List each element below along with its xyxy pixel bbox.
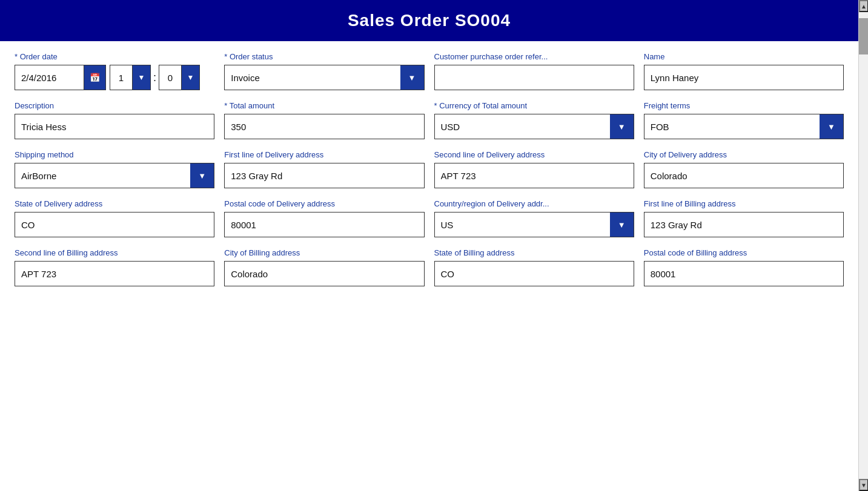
billing-addr1-col: First line of Billing address	[644, 199, 844, 237]
order-status-wrapper	[224, 65, 424, 90]
delivery-postal-col: Postal code of Delivery address	[224, 199, 424, 237]
total-amount-label: Total amount	[224, 101, 424, 110]
name-col: Name	[644, 52, 844, 90]
page-title: Sales Order SO004	[348, 11, 511, 30]
currency-dropdown-btn[interactable]	[610, 114, 634, 139]
calendar-button[interactable]: 📅	[84, 65, 106, 90]
description-label: Description	[15, 101, 214, 110]
customer-po-label: Customer purchase order refer...	[434, 52, 634, 61]
freight-terms-col: Freight terms	[644, 101, 844, 139]
form-row-2: Description Total amount Currency of Tot…	[15, 101, 844, 139]
shipping-method-label: Shipping method	[15, 150, 214, 159]
name-input[interactable]	[644, 65, 844, 90]
page-header: Sales Order SO004	[0, 0, 858, 41]
shipping-method-input[interactable]	[15, 163, 190, 188]
delivery-city-col: City of Delivery address	[644, 150, 844, 188]
delivery-postal-input[interactable]	[224, 212, 424, 237]
delivery-country-label: Country/region of Delivery addr...	[434, 199, 634, 208]
delivery-country-dropdown-btn[interactable]	[610, 212, 634, 237]
hour-input[interactable]	[110, 65, 133, 90]
delivery-state-input[interactable]	[15, 212, 214, 237]
form-row-5: Second line of Billing address City of B…	[15, 248, 844, 286]
billing-state-label: State of Billing address	[434, 248, 634, 257]
billing-city-label: City of Billing address	[224, 248, 424, 257]
delivery-addr1-col: First line of Delivery address	[224, 150, 424, 188]
delivery-addr1-label: First line of Delivery address	[224, 150, 424, 159]
scroll-thumb[interactable]	[859, 18, 868, 54]
delivery-country-wrapper	[434, 212, 634, 237]
form-row-3: Shipping method First line of Delivery a…	[15, 150, 844, 188]
billing-postal-col: Postal code of Billing address	[644, 248, 844, 286]
scrollbar: ▲ ▼	[858, 0, 868, 491]
customer-po-input[interactable]	[434, 65, 634, 90]
shipping-method-dropdown-btn[interactable]	[190, 163, 214, 188]
minute-spinner-btn[interactable]: ▼	[182, 65, 200, 90]
billing-addr1-input[interactable]	[644, 212, 844, 237]
scroll-down-button[interactable]: ▼	[859, 479, 868, 491]
billing-addr1-label: First line of Billing address	[644, 199, 844, 208]
delivery-country-input[interactable]	[434, 212, 610, 237]
billing-postal-input[interactable]	[644, 261, 844, 286]
delivery-city-input[interactable]	[644, 163, 844, 188]
hour-spinner-btn[interactable]: ▼	[133, 65, 151, 90]
delivery-city-label: City of Delivery address	[644, 150, 844, 159]
total-amount-input[interactable]	[224, 114, 424, 139]
currency-label: Currency of Total amount	[434, 101, 634, 110]
hour-spinner: ▼	[110, 65, 151, 90]
freight-terms-label: Freight terms	[644, 101, 844, 110]
currency-wrapper	[434, 114, 634, 139]
total-amount-col: Total amount	[224, 101, 424, 139]
form-row-1: Order date 📅 ▼ : ▼	[15, 52, 844, 90]
order-date-label: Order date	[15, 52, 214, 61]
currency-col: Currency of Total amount	[434, 101, 634, 139]
billing-city-input[interactable]	[224, 261, 424, 286]
time-colon: :	[153, 71, 156, 84]
order-status-label: Order status	[224, 52, 424, 61]
freight-terms-dropdown-btn[interactable]	[820, 114, 844, 139]
delivery-state-col: State of Delivery address	[15, 199, 214, 237]
billing-state-col: State of Billing address	[434, 248, 634, 286]
freight-terms-input[interactable]	[644, 114, 820, 139]
billing-addr2-col: Second line of Billing address	[15, 248, 214, 286]
delivery-addr1-input[interactable]	[224, 163, 424, 188]
minute-spinner: ▼	[159, 65, 200, 90]
content-area: Sales Order SO004 Order date 📅 ▼	[0, 0, 858, 491]
order-status-dropdown-btn[interactable]	[400, 65, 425, 90]
currency-input[interactable]	[434, 114, 610, 139]
order-date-col: Order date 📅 ▼ : ▼	[15, 52, 214, 90]
customer-po-col: Customer purchase order refer...	[434, 52, 634, 90]
form-area: Order date 📅 ▼ : ▼	[0, 41, 858, 490]
billing-city-col: City of Billing address	[224, 248, 424, 286]
order-date-wrapper: 📅 ▼ : ▼	[15, 65, 214, 90]
freight-terms-wrapper	[644, 114, 844, 139]
delivery-country-col: Country/region of Delivery addr...	[434, 199, 634, 237]
page-wrapper: Sales Order SO004 Order date 📅 ▼	[0, 0, 868, 491]
billing-state-input[interactable]	[434, 261, 634, 286]
order-status-col: Order status	[224, 52, 424, 90]
delivery-postal-label: Postal code of Delivery address	[224, 199, 424, 208]
order-status-input[interactable]	[224, 65, 400, 90]
shipping-method-col: Shipping method	[15, 150, 214, 188]
description-input[interactable]	[15, 114, 214, 139]
delivery-addr2-input[interactable]	[434, 163, 634, 188]
form-row-4: State of Delivery address Postal code of…	[15, 199, 844, 237]
description-col: Description	[15, 101, 214, 139]
billing-addr2-input[interactable]	[15, 261, 214, 286]
time-spinners: ▼ : ▼	[110, 65, 200, 90]
delivery-addr2-label: Second line of Delivery address	[434, 150, 634, 159]
shipping-method-wrapper	[15, 163, 214, 188]
order-date-input[interactable]	[15, 65, 84, 90]
billing-postal-label: Postal code of Billing address	[644, 248, 844, 257]
name-label: Name	[644, 52, 844, 61]
delivery-state-label: State of Delivery address	[15, 199, 214, 208]
minute-input[interactable]	[159, 65, 182, 90]
billing-addr2-label: Second line of Billing address	[15, 248, 214, 257]
scroll-up-button[interactable]: ▲	[859, 0, 868, 12]
delivery-addr2-col: Second line of Delivery address	[434, 150, 634, 188]
